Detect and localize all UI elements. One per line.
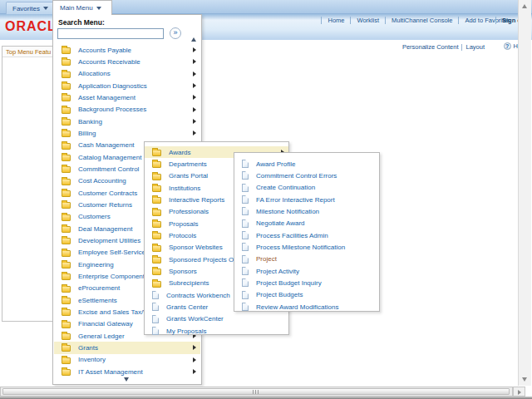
menu-item[interactable]: Accounts Receivable xyxy=(54,56,200,67)
menu-item[interactable]: Project Activity xyxy=(234,265,379,277)
folder-icon xyxy=(62,262,71,268)
horizontal-scrollbar-thumb[interactable] xyxy=(2,388,510,395)
menu-item-label: Milestone Notification xyxy=(256,208,319,215)
menu-item-label: Protocols xyxy=(169,232,196,239)
folder-icon xyxy=(152,221,161,228)
page-icon xyxy=(242,231,249,239)
menu-item-label: eProcurement xyxy=(78,284,120,292)
submenu-arrow-icon xyxy=(193,59,196,64)
peoplesoft-window: { "colors": { "link_blue": "#1565ac", "h… xyxy=(0,0,532,399)
scroll-down-icon[interactable] xyxy=(124,377,129,382)
menu-item[interactable]: IT Asset Management xyxy=(54,366,200,377)
scroll-down-arrow-icon[interactable] xyxy=(522,377,527,382)
menu-item[interactable]: My Proposals xyxy=(145,325,288,337)
folder-icon xyxy=(152,185,161,192)
folder-icon xyxy=(62,155,71,161)
folder-icon xyxy=(152,209,161,216)
folder-icon xyxy=(152,257,161,264)
help-question-icon[interactable]: ? xyxy=(504,42,511,50)
menu-item[interactable]: Process Milestone Notification xyxy=(234,241,379,253)
menu-item[interactable]: Project Budgets xyxy=(234,289,379,301)
nav-link[interactable]: MultiChannel Console xyxy=(379,17,452,24)
folder-icon xyxy=(62,95,71,101)
folder-icon xyxy=(62,286,71,293)
horizontal-scrollbar[interactable] xyxy=(0,387,513,397)
menu-item[interactable]: Project xyxy=(234,254,379,265)
folder-icon xyxy=(62,357,71,364)
menu-item-label: eSettlements xyxy=(78,297,117,304)
page-icon xyxy=(152,291,159,299)
menu-item[interactable]: Negotiate Award xyxy=(234,218,379,229)
menu-item[interactable]: Inventory xyxy=(54,354,200,366)
folder-icon xyxy=(62,166,71,173)
menu-item[interactable]: Project Budget Inquiry xyxy=(234,277,379,288)
page-icon xyxy=(242,267,249,275)
scroll-up-arrow-icon[interactable] xyxy=(522,4,527,8)
menu-item-label: My Proposals xyxy=(166,328,206,335)
nav-link-label[interactable]: Worklist xyxy=(357,17,379,24)
scroll-up-icon[interactable] xyxy=(191,37,196,42)
submenu-arrow-icon xyxy=(193,71,196,76)
menu-item[interactable]: Review Award Modifications xyxy=(234,301,379,313)
menu-item-label: Background Processes xyxy=(78,106,146,113)
chevron-down-icon xyxy=(43,7,48,10)
vertical-scrollbar[interactable] xyxy=(518,0,531,386)
menu-item-label: Inventory xyxy=(78,356,106,363)
menu-item[interactable]: Process Facilities Admin xyxy=(234,229,379,241)
folder-icon xyxy=(152,197,161,204)
menu-item[interactable]: Accounts Payable xyxy=(54,44,200,56)
nav-link[interactable]: Home xyxy=(315,17,344,24)
menu-search-input[interactable] xyxy=(57,28,164,39)
menu-item[interactable]: Asset Management xyxy=(54,91,200,103)
menu-item-label: Customer Returns xyxy=(78,201,132,209)
main-menu-tab[interactable]: Main Menu xyxy=(52,0,112,15)
layout-link[interactable]: Layout xyxy=(466,43,485,51)
menu-item-label: Commitment Control xyxy=(78,165,139,173)
menu-item-label: Project xyxy=(256,255,277,263)
menu-item[interactable]: Billing xyxy=(54,127,200,139)
menu-item[interactable]: Create Continuation xyxy=(234,182,379,194)
nav-link-label[interactable]: MultiChannel Console xyxy=(392,17,452,24)
menu-item-label: IT Asset Management xyxy=(78,368,143,376)
personalize-content-link[interactable]: Personalize Content xyxy=(402,43,459,51)
menu-item[interactable]: Allocations xyxy=(54,68,200,80)
submenu-arrow-icon xyxy=(193,83,196,88)
menu-item-label: Allocations xyxy=(78,70,111,77)
menu-item[interactable]: Grants xyxy=(54,342,200,353)
submenu-arrow-icon xyxy=(193,107,196,112)
favorites-menu-tab[interactable]: Favorites xyxy=(6,2,55,14)
scroll-right-button[interactable] xyxy=(513,387,525,397)
personalize-bar: Personalize Content Layout xyxy=(402,43,485,51)
menu-item[interactable]: Commitment Control Errors xyxy=(234,170,379,181)
menu-item-label: FA Error Interactive Report xyxy=(256,196,335,204)
menu-item[interactable]: Banking xyxy=(54,116,200,127)
submenu-arrow-icon xyxy=(193,119,196,124)
folder-icon xyxy=(62,214,71,221)
menu-item[interactable]: FA Error Interactive Report xyxy=(234,194,379,205)
nav-link-label[interactable]: Home xyxy=(328,17,344,24)
chevron-down-icon xyxy=(96,7,101,10)
nav-link[interactable]: Worklist xyxy=(344,17,379,24)
menu-item-label: Enterprise Components xyxy=(78,273,148,280)
menu-item-label: Negotiate Award xyxy=(256,219,305,227)
scroll-right-arrow-icon xyxy=(518,390,521,395)
folder-icon xyxy=(62,369,71,376)
folder-icon xyxy=(62,107,71,114)
menu-item[interactable]: Background Processes xyxy=(54,104,200,116)
menu-item-label: Project Budgets xyxy=(256,291,303,298)
menu-item-label: Grants WorkCenter xyxy=(166,315,224,323)
menu-item-label: Create Continuation xyxy=(256,184,315,191)
folder-icon xyxy=(62,202,71,209)
submenu-arrow-icon xyxy=(193,95,196,100)
menu-item[interactable]: Milestone Notification xyxy=(234,205,379,217)
menu-item[interactable]: Application Diagnostics xyxy=(54,80,200,91)
menu-item-label: Institutions xyxy=(169,185,200,192)
menu-item-label: Award Profile xyxy=(256,160,295,168)
search-go-button[interactable]: » xyxy=(170,27,181,39)
menu-item[interactable]: Grants WorkCenter xyxy=(145,313,288,325)
page-icon xyxy=(242,291,249,299)
menu-item[interactable]: Award Profile xyxy=(234,158,379,170)
menu-item-label: Development Utilities xyxy=(78,237,140,244)
menu-item-label: Process Facilities Admin xyxy=(256,232,328,239)
menu-item-label: Departments xyxy=(169,160,207,168)
